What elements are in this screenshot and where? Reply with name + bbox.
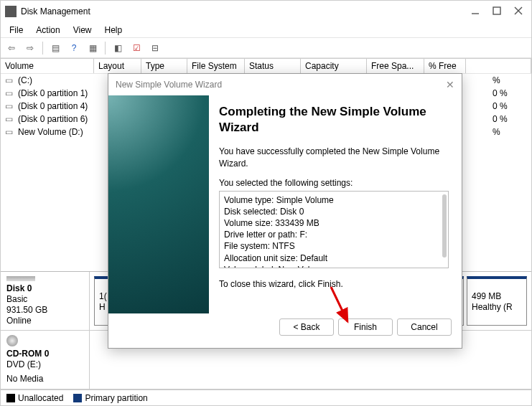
- disk-info: CD-ROM 0 DVD (E:) No Media: [1, 331, 90, 389]
- disk-state: No Media: [6, 374, 83, 384]
- setting-line: Drive letter or path: F:: [224, 229, 444, 240]
- view-icon[interactable]: ▤: [47, 40, 63, 56]
- col-freespace[interactable]: Free Spa...: [367, 59, 424, 73]
- scrollbar[interactable]: [442, 194, 447, 258]
- dialog-heading: Completing the New Simple Volume Wizard: [219, 104, 449, 136]
- toolbar: ⇦ ⇨ ▤ ? ▦ ◧ ☑ ⊟: [1, 38, 531, 58]
- volume-pfree: 0 %: [490, 101, 531, 111]
- finish-button[interactable]: Finish: [338, 318, 393, 336]
- window-controls: [471, 6, 523, 17]
- disk-label: DVD (E:): [6, 359, 83, 369]
- volume-pfree: %: [490, 127, 531, 137]
- back-icon[interactable]: ⇦: [4, 40, 19, 56]
- legend-primary: Primary partition: [73, 393, 147, 403]
- setting-line: Volume size: 333439 MB: [224, 217, 444, 229]
- dialog-side-graphic: [108, 95, 209, 313]
- volume-icon: ▭: [4, 88, 14, 98]
- disk-kind: Basic: [6, 294, 83, 304]
- setting-line: Disk selected: Disk 0: [224, 206, 444, 217]
- back-button[interactable]: < Back: [279, 318, 334, 336]
- dialog-titlebar: New Simple Volume Wizard ✕: [108, 74, 462, 95]
- separator: [42, 42, 43, 55]
- setting-line: Volume label: New Volume: [224, 264, 444, 268]
- volume-pfree: %: [490, 75, 531, 85]
- setting-line: File system: NTFS: [224, 240, 444, 252]
- close-icon[interactable]: ✕: [446, 79, 454, 90]
- volume-icon: ▭: [4, 114, 14, 124]
- rescan-icon[interactable]: ◧: [110, 40, 126, 56]
- wizard-dialog: New Simple Volume Wizard ✕ Completing th…: [108, 73, 462, 349]
- dialog-text: You selected the following settings:: [219, 177, 449, 189]
- menu-action[interactable]: Action: [30, 24, 65, 37]
- settings-icon[interactable]: ▦: [85, 40, 101, 56]
- app-icon: [5, 6, 17, 17]
- help-icon[interactable]: ?: [66, 40, 82, 56]
- col-type[interactable]: Type: [141, 59, 187, 73]
- col-volume[interactable]: Volume: [1, 59, 94, 73]
- dialog-main: Completing the New Simple Volume Wizard …: [209, 95, 462, 313]
- volume-icon: ▭: [4, 101, 14, 111]
- disk-state: Online: [6, 316, 83, 326]
- disk-icon: [6, 276, 35, 281]
- partition[interactable]: 499 MB Healthy (R: [467, 276, 527, 326]
- close-button[interactable]: [514, 6, 523, 17]
- legend: Unallocated Primary partition: [1, 390, 531, 405]
- disk-name: Disk 0: [6, 283, 83, 293]
- col-pfree[interactable]: % Free: [424, 59, 466, 73]
- dialog-text: You have successfully completed the New …: [219, 146, 449, 170]
- forward-icon[interactable]: ⇨: [22, 40, 38, 56]
- volume-pfree: 0 %: [490, 114, 531, 124]
- maximize-button[interactable]: [493, 6, 501, 17]
- extra-icon[interactable]: ⊟: [147, 40, 163, 56]
- part-line: 499 MB: [472, 291, 522, 302]
- col-status[interactable]: Status: [245, 59, 301, 73]
- svg-rect-1: [493, 7, 500, 14]
- volume-pfree: 0 %: [490, 88, 531, 98]
- disk-name: CD-ROM 0: [6, 349, 83, 359]
- legend-unallocated: Unallocated: [6, 393, 63, 403]
- dialog-title: New Simple Volume Wizard: [116, 80, 222, 90]
- titlebar: Disk Management: [1, 1, 531, 22]
- col-layout[interactable]: Layout: [94, 59, 141, 73]
- refresh-icon[interactable]: ☑: [129, 40, 144, 56]
- column-headers: Volume Layout Type File System Status Ca…: [1, 58, 531, 74]
- dialog-body: Completing the New Simple Volume Wizard …: [108, 95, 462, 313]
- volume-icon: ▭: [4, 75, 14, 85]
- cancel-button[interactable]: Cancel: [397, 318, 452, 336]
- setting-line: Allocation unit size: Default: [224, 252, 444, 264]
- disk-size: 931.50 GB: [6, 305, 83, 315]
- col-capacity[interactable]: Capacity: [301, 59, 367, 73]
- cd-icon: [6, 335, 18, 346]
- minimize-button[interactable]: [471, 6, 480, 17]
- setting-line: Volume type: Simple Volume: [224, 194, 444, 206]
- disk-info: Disk 0 Basic 931.50 GB Online: [1, 272, 90, 330]
- dialog-text: To close this wizard, click Finish.: [219, 278, 449, 291]
- volume-icon: ▭: [4, 127, 14, 137]
- col-spacer: [466, 59, 531, 73]
- window-title: Disk Management: [21, 6, 471, 16]
- col-filesystem[interactable]: File System: [187, 59, 245, 73]
- part-line: Healthy (R: [472, 302, 522, 313]
- menu-help[interactable]: Help: [99, 24, 129, 37]
- menu-view[interactable]: View: [67, 24, 98, 37]
- dialog-buttons: < Back Finish Cancel: [108, 313, 462, 348]
- separator: [105, 42, 106, 55]
- settings-summary[interactable]: Volume type: Simple Volume Disk selected…: [219, 191, 449, 268]
- menubar: File Action View Help: [1, 22, 531, 38]
- menu-file[interactable]: File: [4, 24, 29, 37]
